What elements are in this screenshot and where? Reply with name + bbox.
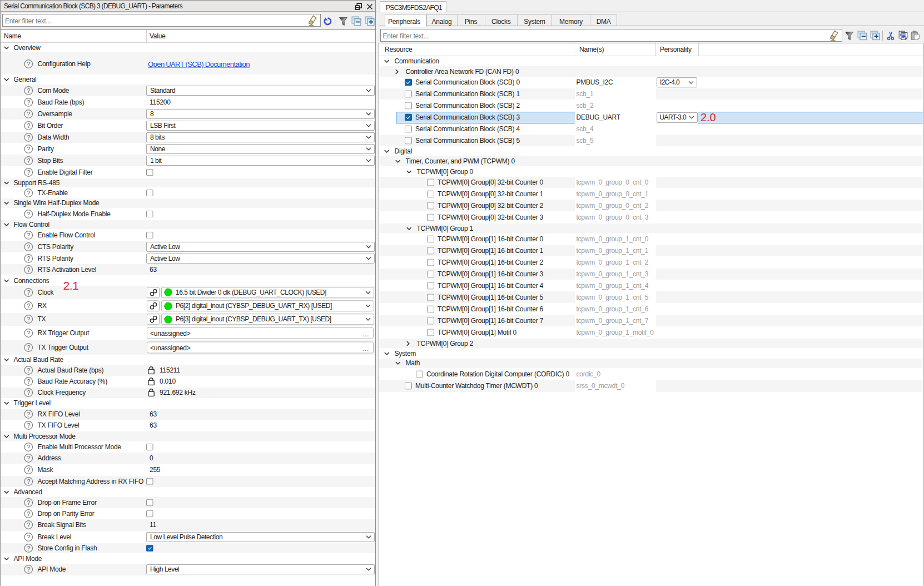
svg-text:?: ?: [27, 99, 30, 106]
svg-text:?: ?: [27, 389, 30, 396]
svg-text:?: ?: [27, 146, 30, 152]
svg-text:?: ?: [27, 422, 30, 429]
svg-text:?: ?: [27, 289, 30, 296]
svg-text:?: ?: [27, 444, 30, 450]
svg-text:?: ?: [27, 522, 30, 528]
svg-text:?: ?: [27, 410, 30, 417]
svg-text:?: ?: [27, 190, 30, 196]
svg-text:?: ?: [27, 510, 30, 517]
svg-text:?: ?: [27, 367, 30, 374]
svg-text:?: ?: [27, 455, 30, 461]
svg-text:?: ?: [27, 330, 30, 336]
svg-text:?: ?: [27, 545, 30, 552]
svg-text:?: ?: [27, 466, 30, 473]
svg-text:?: ?: [27, 61, 30, 67]
svg-text:?: ?: [27, 478, 30, 485]
svg-text:?: ?: [27, 255, 30, 261]
svg-text:?: ?: [27, 243, 30, 250]
svg-text:?: ?: [27, 210, 30, 217]
svg-text:?: ?: [27, 344, 30, 351]
svg-text:?: ?: [27, 533, 30, 540]
svg-text:?: ?: [27, 302, 30, 309]
svg-text:?: ?: [27, 266, 30, 273]
svg-text:?: ?: [27, 499, 30, 506]
svg-text:?: ?: [27, 378, 30, 385]
svg-text:?: ?: [27, 87, 30, 93]
svg-text:?: ?: [27, 232, 30, 239]
svg-text:?: ?: [27, 169, 30, 176]
svg-text:?: ?: [27, 122, 30, 128]
svg-text:?: ?: [27, 566, 30, 573]
svg-text:?: ?: [27, 157, 30, 164]
svg-text:?: ?: [27, 110, 30, 117]
svg-text:?: ?: [27, 134, 30, 141]
svg-text:?: ?: [27, 316, 30, 322]
